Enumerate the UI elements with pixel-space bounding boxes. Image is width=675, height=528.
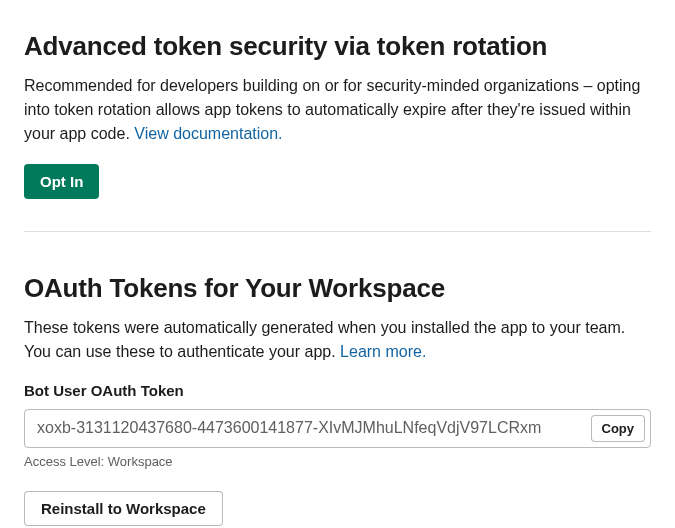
token-rotation-description: Recommended for developers building on o… bbox=[24, 74, 651, 146]
token-rotation-heading: Advanced token security via token rotati… bbox=[24, 30, 651, 64]
access-level-text: Access Level: Workspace bbox=[24, 454, 651, 469]
oauth-tokens-heading: OAuth Tokens for Your Workspace bbox=[24, 272, 651, 306]
view-documentation-link[interactable]: View documentation. bbox=[134, 125, 282, 142]
bot-token-field: Copy bbox=[24, 409, 651, 448]
reinstall-button[interactable]: Reinstall to Workspace bbox=[24, 491, 223, 526]
oauth-tokens-description: These tokens were automatically generate… bbox=[24, 316, 651, 364]
learn-more-link[interactable]: Learn more. bbox=[340, 343, 426, 360]
copy-button[interactable]: Copy bbox=[591, 415, 646, 442]
token-rotation-section: Advanced token security via token rotati… bbox=[24, 30, 651, 199]
opt-in-button[interactable]: Opt In bbox=[24, 164, 99, 199]
bot-token-label: Bot User OAuth Token bbox=[24, 382, 651, 399]
token-rotation-description-text: Recommended for developers building on o… bbox=[24, 77, 640, 142]
oauth-tokens-description-text: These tokens were automatically generate… bbox=[24, 319, 625, 360]
bot-token-input[interactable] bbox=[37, 419, 591, 437]
section-divider bbox=[24, 231, 651, 232]
oauth-tokens-section: OAuth Tokens for Your Workspace These to… bbox=[24, 272, 651, 526]
